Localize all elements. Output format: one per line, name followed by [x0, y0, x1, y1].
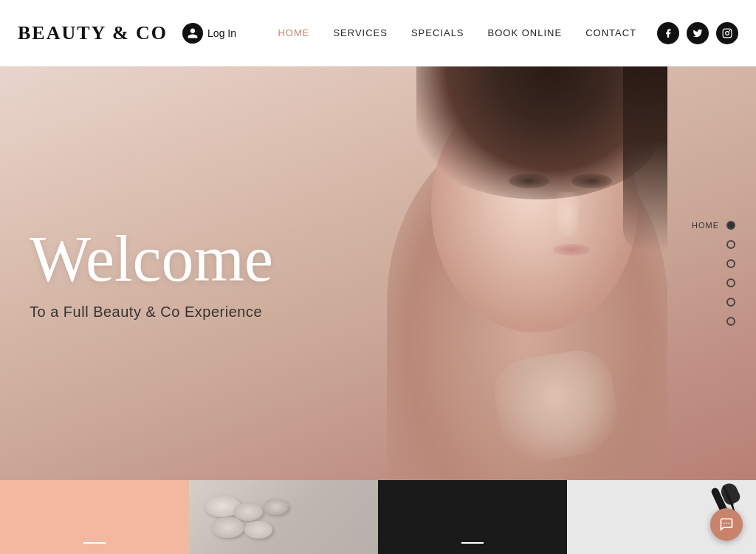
stone-3: [263, 499, 289, 515]
nav-specials[interactable]: SPECIALS: [411, 27, 464, 38]
slide-nav-2[interactable]: [726, 240, 735, 249]
svg-point-2: [729, 30, 730, 31]
login-label[interactable]: Log In: [207, 27, 236, 39]
svg-point-4: [726, 523, 727, 524]
slide-dot-3[interactable]: [726, 259, 735, 268]
facebook-icon[interactable]: [657, 22, 679, 44]
bottom-tiles: [0, 480, 756, 554]
stone-5: [244, 521, 272, 538]
svg-point-3: [724, 523, 725, 524]
slide-dot-2[interactable]: [726, 240, 735, 249]
tile-facial[interactable]: [0, 480, 189, 554]
header: BEAUTY & Co Log In HOME SERVICES SPECIAL…: [0, 0, 756, 66]
slide-dot-5[interactable]: [726, 298, 735, 307]
nav-book-online[interactable]: BOOK ONLINE: [488, 27, 563, 38]
hero-subtitle: To a Full Beauty & Co Experience: [30, 304, 273, 321]
svg-rect-0: [723, 29, 732, 38]
logo: BEAUTY & Co: [18, 22, 168, 44]
slide-dot-6[interactable]: [726, 317, 735, 326]
social-icons: [657, 22, 738, 44]
slide-nav-6[interactable]: [726, 317, 735, 326]
chat-button[interactable]: [710, 508, 743, 541]
tile-1-dash: [83, 542, 106, 544]
main-nav: HOME SERVICES SPECIALS BOOK ONLINE CONTA…: [278, 27, 636, 38]
svg-point-5: [729, 523, 730, 524]
nav-home[interactable]: HOME: [278, 27, 309, 38]
login-area[interactable]: Log In: [182, 23, 236, 44]
nav-contact[interactable]: CONTACT: [585, 27, 636, 38]
slide-dot-4[interactable]: [726, 278, 735, 287]
user-icon: [182, 23, 203, 44]
slide-nav-3[interactable]: [726, 259, 735, 268]
slide-navigation: HOME: [692, 221, 735, 326]
slide-nav-home-label: HOME: [692, 221, 719, 230]
tile-spa[interactable]: [189, 480, 378, 554]
welcome-heading: Welcome: [30, 227, 273, 292]
slide-nav-5[interactable]: [726, 298, 735, 307]
tile-spa-background: [189, 480, 378, 554]
slide-nav-1[interactable]: HOME: [692, 221, 735, 230]
twitter-icon[interactable]: [687, 22, 709, 44]
tile-3-dash: [461, 542, 484, 544]
instagram-icon[interactable]: [716, 22, 738, 44]
slide-dot-1[interactable]: [726, 221, 735, 230]
tile-makeup[interactable]: [378, 480, 567, 554]
svg-point-1: [726, 31, 729, 35]
stone-4: [211, 517, 244, 538]
stone-2: [233, 502, 263, 521]
nav-services[interactable]: SERVICES: [333, 27, 388, 38]
slide-nav-4[interactable]: [726, 278, 735, 287]
hero-content: Welcome To a Full Beauty & Co Experience: [30, 227, 273, 321]
hero-section: Welcome To a Full Beauty & Co Experience…: [0, 66, 756, 480]
